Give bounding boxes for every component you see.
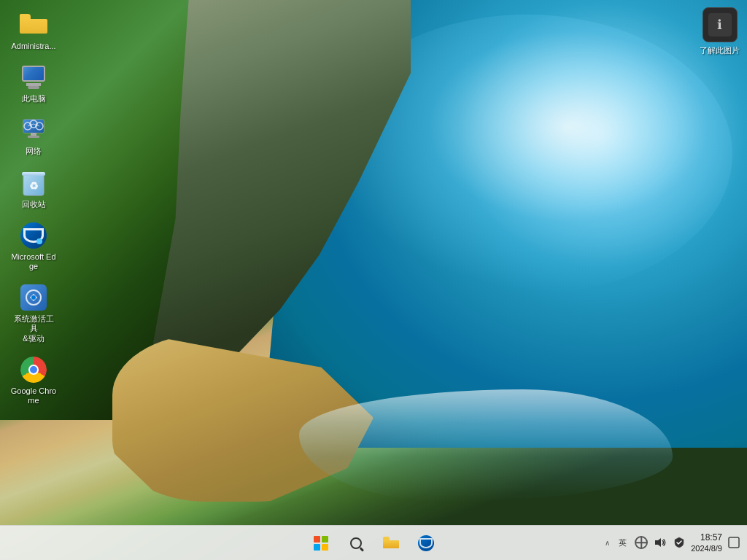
computer-stand [28, 86, 39, 89]
administrator-folder-label: Administra... [11, 42, 55, 51]
security-icon [673, 537, 685, 548]
svg-rect-2 [31, 133, 36, 136]
file-explorer-icon [383, 537, 399, 550]
search-icon [350, 537, 362, 549]
globe-icon [635, 536, 648, 549]
svg-rect-10 [22, 172, 45, 176]
desktop-icon-microsoft-edge[interactable]: Microsoft Edge [7, 218, 60, 274]
windows-logo-icon [314, 536, 328, 551]
learn-icon: ℹ [703, 7, 738, 42]
desktop-icon-this-pc[interactable]: 此电脑 [7, 60, 60, 106]
chrome-label: Google Chrome [10, 386, 57, 405]
svg-rect-1 [23, 120, 44, 133]
tray-expand-button[interactable]: ∧ [603, 539, 611, 547]
desktop-icon-learn-about[interactable]: ℹ 了解此图片 [700, 7, 740, 56]
clock-time: 18:57 [700, 532, 722, 544]
administrator-folder-icon [19, 10, 48, 39]
desktop-icon-activation[interactable]: 系统激活工具 &驱动 [7, 280, 60, 346]
search-button[interactable] [340, 527, 372, 559]
desktop: Administra... 此电脑 [0, 0, 747, 560]
start-button[interactable] [305, 527, 337, 559]
notification-button[interactable] [727, 535, 741, 550]
system-tray: ∧ 英 18:57 2024/8/9 [603, 532, 741, 554]
network-icon [19, 115, 48, 144]
taskbar-center [305, 527, 442, 559]
volume-icon [654, 537, 666, 548]
edge-icon [19, 221, 48, 250]
volume-tray-icon[interactable] [653, 535, 667, 550]
chrome-icon [19, 355, 48, 384]
svg-marker-14 [655, 538, 661, 547]
network-tray-icon[interactable] [634, 535, 649, 550]
computer-screen [22, 66, 45, 82]
svg-rect-3 [28, 136, 39, 138]
clock-date: 2024/8/9 [691, 543, 722, 553]
edge-taskbar-button[interactable] [410, 527, 442, 559]
activation-icon [19, 283, 48, 312]
learn-about-label: 了解此图片 [700, 45, 740, 56]
edge-label: Microsoft Edge [10, 252, 57, 271]
this-pc-label: 此电脑 [22, 94, 46, 104]
learn-icon-inner: ℹ [708, 13, 732, 36]
activation-label-line1: 系统激活工具 [10, 314, 57, 333]
this-pc-icon [19, 63, 48, 92]
file-explorer-button[interactable] [375, 527, 407, 559]
svg-point-13 [31, 295, 36, 300]
notification-icon [728, 537, 740, 548]
network-label: 网络 [26, 147, 42, 156]
clock-display[interactable]: 18:57 2024/8/9 [691, 532, 722, 554]
recycle-bin-icon: ♻ [19, 168, 48, 198]
language-indicator[interactable]: 英 [616, 536, 630, 550]
taskbar: ∧ 英 18:57 2024/8/9 [0, 525, 747, 560]
activation-label-line2: &驱动 [23, 334, 44, 343]
desktop-icons-area: Administra... 此电脑 [7, 7, 60, 408]
wallpaper-waves [299, 389, 673, 502]
recycle-bin-label: 回收站 [22, 200, 46, 209]
desktop-icon-administrator[interactable]: Administra... [7, 7, 60, 54]
svg-rect-15 [729, 537, 739, 548]
svg-text:♻: ♻ [29, 180, 39, 192]
security-tray-icon[interactable] [672, 535, 686, 550]
desktop-icon-google-chrome[interactable]: Google Chrome [7, 352, 60, 408]
desktop-icon-network[interactable]: 网络 [7, 112, 60, 159]
desktop-icon-recycle-bin[interactable]: ♻ 回收站 [7, 166, 60, 212]
edge-taskbar-icon [418, 535, 434, 551]
